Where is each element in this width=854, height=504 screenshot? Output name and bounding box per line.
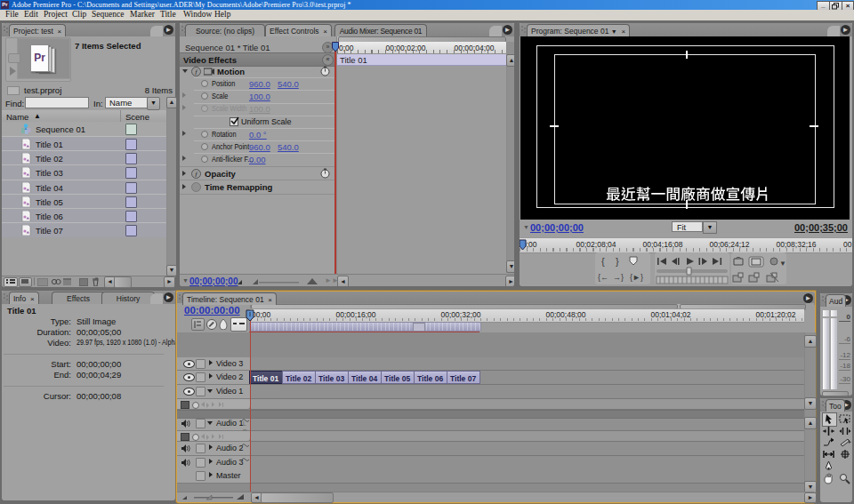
svg-text:→}: →} <box>613 273 624 282</box>
svg-text:}: } <box>616 256 619 267</box>
svg-text:{►}: {►} <box>630 273 643 282</box>
svg-text:{: { <box>601 256 605 267</box>
svg-text:▼: ▼ <box>779 260 786 268</box>
svg-text:{←: {← <box>598 273 608 282</box>
